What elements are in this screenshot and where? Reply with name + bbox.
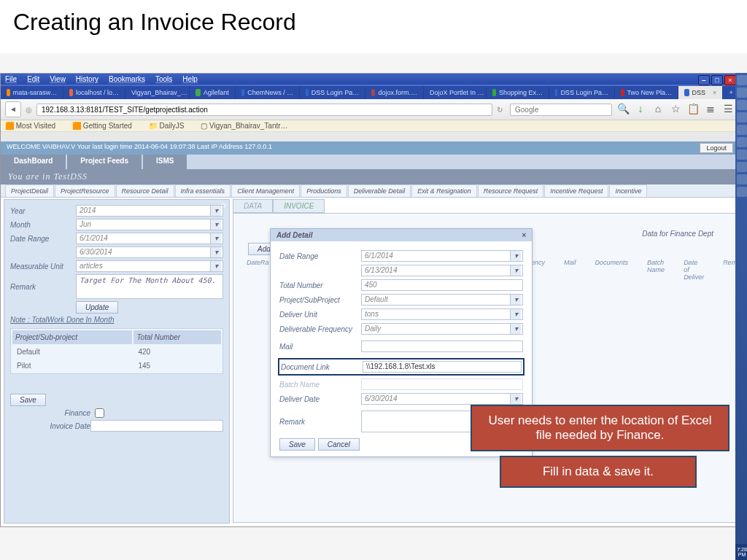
list-icon[interactable]: ≣ bbox=[704, 103, 717, 116]
menu-bookmarks[interactable]: Bookmarks bbox=[109, 75, 145, 83]
daterange-from[interactable]: 6/1/2014 bbox=[76, 233, 223, 244]
menu-help[interactable]: Help bbox=[182, 75, 198, 83]
subtab-deliverable[interactable]: Deliverable Detail bbox=[348, 184, 411, 197]
bookmark-dailyjs[interactable]: 📁 DailyJS bbox=[149, 122, 192, 130]
month-select[interactable]: Jun bbox=[76, 219, 223, 230]
dock-icon[interactable] bbox=[737, 125, 747, 135]
subtab-projectresource[interactable]: ProjectResource bbox=[55, 184, 115, 197]
browser-tab[interactable]: dojox.form.… bbox=[365, 86, 424, 99]
modal-deliverdate[interactable]: 6/30/2014 bbox=[361, 393, 523, 405]
maximize-button[interactable]: □ bbox=[711, 75, 723, 85]
globe-icon: ◎ bbox=[26, 106, 32, 114]
callout-enter-location: User needs to enter the location of Exce… bbox=[471, 405, 729, 451]
subtab-client[interactable]: Client Management bbox=[231, 184, 300, 197]
browser-tab[interactable]: Two New Pla… bbox=[615, 86, 678, 99]
browser-tab[interactable]: mata-sarasw… bbox=[1, 86, 63, 99]
bookmark-getting-started[interactable]: 🟧 Getting Started bbox=[72, 122, 139, 130]
address-bar: ◄ ◎ ↻ 🔍 ↓ ⌂ ☆ 📋 ≣ ☰ bbox=[1, 99, 739, 120]
update-button[interactable]: Update bbox=[76, 301, 118, 314]
download-icon[interactable]: ↓ bbox=[634, 103, 647, 116]
search-icon[interactable]: 🔍 bbox=[616, 103, 630, 116]
close-button[interactable]: × bbox=[724, 75, 736, 85]
modal-document-link[interactable]: \\192.168.1.8\Test.xls bbox=[363, 361, 522, 373]
subtab-projectdetail[interactable]: ProjectDetail bbox=[5, 184, 54, 197]
subtab-resourcedetail[interactable]: Resource Detail bbox=[116, 184, 174, 197]
modal-title-text: Add Detail bbox=[276, 231, 312, 239]
menu-tools[interactable]: Tools bbox=[155, 75, 172, 83]
invoicedate-label: Invoice Date bbox=[10, 422, 90, 430]
url-input[interactable] bbox=[36, 104, 492, 116]
browser-tab[interactable]: localhost / lo… bbox=[63, 86, 125, 99]
menu-history[interactable]: History bbox=[76, 75, 98, 83]
tab-dashboard[interactable]: DashBoard bbox=[1, 155, 66, 169]
menu-file[interactable]: File bbox=[5, 75, 17, 83]
measurable-label: Measurable Unit bbox=[10, 262, 76, 271]
modal-frequency[interactable]: Daily bbox=[361, 323, 523, 335]
year-select[interactable]: 2014 bbox=[76, 205, 223, 217]
dock-icon[interactable] bbox=[737, 100, 747, 110]
subtab-resourcereq[interactable]: Resource Request bbox=[478, 184, 544, 197]
browser-tab[interactable]: DSS Login Pa… bbox=[549, 86, 615, 99]
browser-tab-active[interactable]: DSS× bbox=[678, 86, 723, 99]
tab-data[interactable]: DATA bbox=[233, 199, 273, 213]
bookmark-bar: 🟧 Most Visited 🟧 Getting Started 📁 Daily… bbox=[1, 120, 739, 132]
bookmark-icon[interactable]: ☆ bbox=[669, 103, 682, 116]
menu-icon[interactable]: ☰ bbox=[721, 103, 735, 116]
browser-tab[interactable]: Agilefant bbox=[190, 86, 236, 99]
modal-cancel-button[interactable]: Cancel bbox=[318, 438, 360, 451]
dock-icon[interactable] bbox=[737, 75, 747, 85]
menu-edit[interactable]: Edit bbox=[27, 75, 39, 83]
browser-tab[interactable]: DojoX Portlet In … bbox=[424, 86, 487, 99]
subtab-incentivereq[interactable]: Incentive Request bbox=[544, 184, 608, 197]
dock-icon[interactable] bbox=[737, 112, 747, 122]
bookmark-vigyan[interactable]: ▢ Vigyan_Bhairav_Tantr… bbox=[201, 122, 295, 130]
modal-date-from[interactable]: 6/1/2014 bbox=[361, 250, 523, 262]
dock-icon[interactable] bbox=[737, 137, 747, 147]
modal-batchname[interactable] bbox=[361, 378, 523, 390]
browser-tab[interactable]: Vigyan_Bhairav_… bbox=[125, 86, 190, 99]
subtab-incentive[interactable]: Incentive bbox=[609, 184, 647, 197]
subtab-infra[interactable]: Infra essentials bbox=[175, 184, 231, 197]
tab-projectfeeds[interactable]: Project Feeds bbox=[67, 155, 142, 169]
tab-isms[interactable]: ISMS bbox=[143, 155, 187, 169]
browser-tab[interactable]: ChemNews / … bbox=[236, 86, 300, 99]
dock-icon[interactable] bbox=[737, 174, 747, 184]
finance-checkbox[interactable] bbox=[95, 408, 104, 418]
daterange-to[interactable]: 6/30/2014 bbox=[76, 246, 223, 258]
dock-icon[interactable] bbox=[737, 88, 747, 98]
minimize-button[interactable]: ‒ bbox=[698, 75, 710, 85]
measurable-select[interactable]: articles bbox=[76, 260, 223, 272]
tab-invoice[interactable]: INVOICE bbox=[273, 199, 325, 213]
modal-mail[interactable] bbox=[361, 341, 523, 352]
subtab-productions[interactable]: Productions bbox=[301, 184, 347, 197]
modal-date-to[interactable]: 6/13/2014 bbox=[361, 265, 523, 276]
browser-tab[interactable]: Shopping Ex… bbox=[487, 86, 549, 99]
modal-project-select[interactable]: Default bbox=[361, 294, 523, 306]
dock-icon[interactable] bbox=[737, 162, 747, 172]
month-label: Month bbox=[10, 221, 76, 229]
welcome-bar: WELCOME VAIBHAV.V Your last login time 2… bbox=[1, 141, 739, 155]
dock-icon[interactable] bbox=[737, 149, 747, 160]
save-button[interactable]: Save bbox=[10, 394, 46, 406]
remark-textarea[interactable]: Target For The Month About 450. bbox=[76, 274, 223, 299]
subtab-exit[interactable]: Exit & Resignation bbox=[411, 184, 477, 197]
invoicedate-input[interactable] bbox=[90, 420, 223, 432]
clipboard-icon[interactable]: 📋 bbox=[686, 103, 700, 116]
home-icon[interactable]: ⌂ bbox=[651, 103, 665, 116]
search-input[interactable] bbox=[510, 104, 612, 116]
modal-close-icon[interactable]: × bbox=[522, 231, 526, 239]
tab-close-icon[interactable]: × bbox=[713, 89, 716, 96]
browser-tab[interactable]: DSS Login Pa… bbox=[300, 86, 365, 99]
modal-save-button[interactable]: Save bbox=[279, 438, 315, 451]
col-project: Project/Sub-project bbox=[12, 330, 132, 344]
logout-button[interactable]: Logout bbox=[700, 143, 733, 153]
note-text: Note : TotalWork Done In Month bbox=[10, 316, 223, 324]
modal-deliverunit[interactable]: tons bbox=[361, 308, 523, 320]
work-table: Project/Sub-projectTotal Number Default4… bbox=[10, 328, 223, 374]
menu-view[interactable]: View bbox=[50, 75, 66, 83]
back-button[interactable]: ◄ bbox=[5, 101, 21, 117]
bookmark-most-visited[interactable]: 🟧 Most Visited bbox=[5, 122, 63, 130]
dock-icon[interactable] bbox=[737, 187, 747, 197]
modal-total-number[interactable]: 450 bbox=[361, 279, 523, 291]
reload-icon[interactable]: ↻ bbox=[497, 106, 503, 114]
